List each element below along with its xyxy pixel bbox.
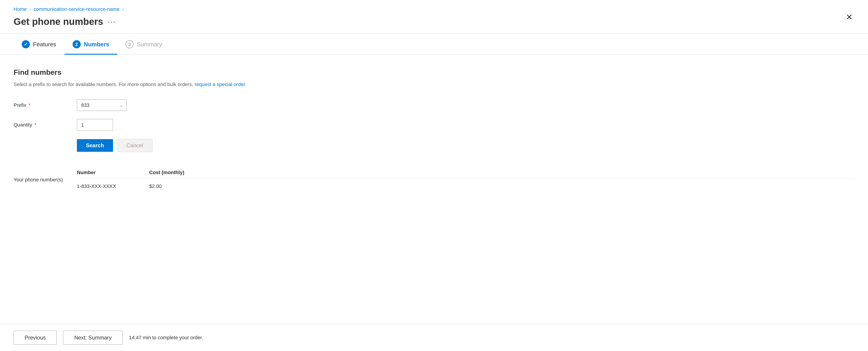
search-buttons-row: Search Cancel: [13, 139, 855, 152]
breadcrumb-separator-2: ›: [122, 7, 124, 12]
title-more-options[interactable]: ···: [108, 18, 116, 26]
checkmark-icon: ✓: [24, 41, 28, 47]
previous-button[interactable]: Previous: [13, 331, 57, 345]
breadcrumb-separator-1: ›: [30, 7, 31, 12]
phone-numbers-section: Your phone number(s) Number Cost (monthl…: [13, 165, 855, 194]
search-button[interactable]: Search: [77, 139, 113, 152]
quantity-control: [77, 119, 113, 131]
page-container: Home › communication-service-resource-na…: [0, 0, 868, 351]
tab-numbers[interactable]: 2 Numbers: [64, 34, 118, 55]
prefix-row: Prefix * 800 833 844 855 866 877 888 ⌄: [13, 99, 855, 111]
cell-number: 1-833-XXX-XXXX: [77, 183, 149, 189]
description-text: Select a prefix to search for available …: [13, 82, 195, 87]
col-header-number: Number: [77, 170, 149, 176]
tab-label-numbers: Numbers: [84, 41, 110, 48]
phone-numbers-label: Your phone number(s): [13, 177, 77, 183]
header-area: Home › communication-service-resource-na…: [0, 0, 868, 27]
footer-time-text: 14:47 min to complete your order.: [129, 335, 203, 341]
tab-badge-features: ✓: [22, 40, 30, 48]
quantity-label: Quantity *: [13, 122, 77, 128]
prefix-select[interactable]: 800 833 844 855 866 877 888: [77, 99, 127, 111]
tab-label-features: Features: [33, 41, 56, 48]
col-header-cost: Cost (monthly): [149, 170, 213, 176]
tab-badge-summary: 3: [125, 40, 133, 48]
prefix-select-wrapper: 800 833 844 855 866 877 888 ⌄: [77, 99, 127, 111]
quantity-required: *: [33, 122, 36, 128]
next-summary-button[interactable]: Next: Summary: [63, 331, 123, 345]
tab-summary[interactable]: 3 Summary: [117, 34, 170, 55]
quantity-row: Quantity *: [13, 119, 855, 131]
table-row: 1-833-XXX-XXXX $2.00: [77, 179, 855, 194]
find-numbers-title: Find numbers: [13, 68, 855, 76]
prefix-label: Prefix *: [13, 102, 77, 108]
breadcrumb-resource[interactable]: communication-service-resource-name: [34, 6, 120, 12]
table-header-row: Number Cost (monthly): [77, 165, 855, 179]
close-button[interactable]: ✕: [844, 11, 855, 23]
quantity-input[interactable]: [77, 119, 113, 131]
tab-features[interactable]: ✓ Features: [13, 34, 64, 55]
tab-badge-numbers: 2: [72, 40, 81, 48]
page-title-group: Get phone numbers ···: [13, 16, 116, 27]
footer-area: Previous Next: Summary 14:47 min to comp…: [0, 324, 868, 351]
title-row: Get phone numbers ···: [13, 16, 855, 27]
prefix-required: *: [27, 102, 31, 108]
tab-label-summary: Summary: [137, 41, 162, 48]
cell-cost: $2.00: [149, 183, 213, 189]
page-title: Get phone numbers: [13, 16, 103, 27]
phone-numbers-header: Your phone number(s) Number Cost (monthl…: [13, 165, 855, 194]
table-area: Number Cost (monthly) 1-833-XXX-XXXX $2.…: [77, 165, 855, 194]
breadcrumb: Home › communication-service-resource-na…: [13, 6, 855, 12]
find-numbers-description: Select a prefix to search for available …: [13, 81, 855, 88]
main-content: Find numbers Select a prefix to search f…: [0, 55, 868, 324]
wizard-tabs: ✓ Features 2 Numbers 3 Summary: [0, 34, 868, 55]
special-order-link[interactable]: request a special order.: [195, 82, 246, 87]
cancel-button[interactable]: Cancel: [117, 139, 153, 152]
prefix-control: 800 833 844 855 866 877 888 ⌄: [77, 99, 127, 111]
breadcrumb-home[interactable]: Home: [13, 6, 27, 12]
